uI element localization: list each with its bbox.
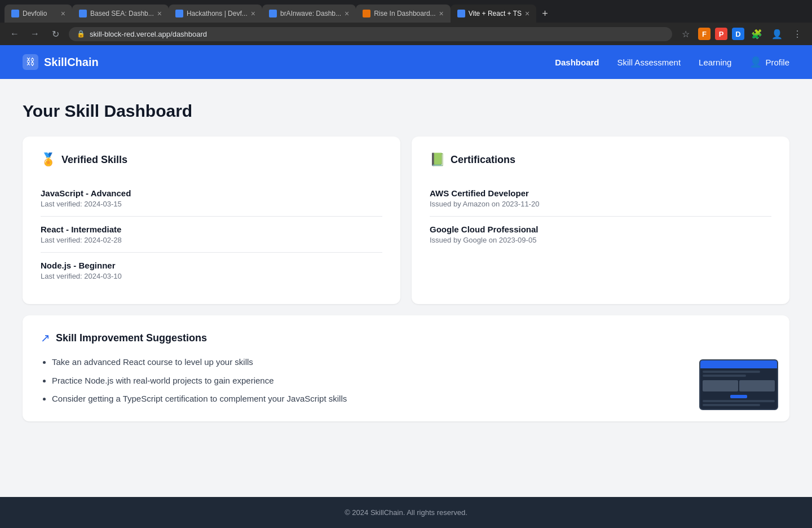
certifications-icon: 📗 (430, 152, 445, 167)
skill-date-1: Last verified: 2024-03-15 (41, 200, 382, 208)
menu-icon[interactable]: ⋮ (789, 26, 805, 42)
cert-card-header: 📗 Certifications (430, 152, 771, 167)
lock-icon: 🔒 (77, 30, 85, 38)
tab-favicon (79, 10, 87, 17)
skill-item-2: React - Intermediate Last verified: 2024… (41, 217, 382, 253)
tab-basedsea[interactable]: Based SEA: Dashb... × (72, 5, 169, 23)
preview-cards (703, 380, 775, 391)
nav-link-learning[interactable]: Learning (699, 58, 731, 67)
certifications-card: 📗 Certifications AWS Certified Developer… (412, 137, 789, 304)
skill-date-2: Last verified: 2024-02-28 (41, 236, 382, 244)
tab-label: Vite + React + TS (469, 10, 522, 17)
cert-issuer-1: Issued by Amazon on 2023-11-20 (430, 200, 771, 208)
skill-item-3: Node.js - Beginner Last verified: 2024-0… (41, 253, 382, 288)
forward-button[interactable]: → (27, 26, 43, 42)
tab-label: Devfolio (23, 10, 58, 17)
extensions-icon[interactable]: 🧩 (749, 26, 765, 42)
verified-skills-icon: 🏅 (41, 152, 56, 167)
browser-chrome: Devfolio × Based SEA: Dashb... × Hackath… (0, 0, 812, 45)
tab-close-icon[interactable]: × (251, 9, 255, 18)
verified-skills-title: Verified Skills (61, 154, 127, 166)
navbar-nav: Dashboard Skill Assessment Learning 👤 Pr… (555, 56, 789, 68)
profile-user-icon: 👤 (749, 56, 762, 68)
suggestions-card: ↗ Skill Improvement Suggestions Take an … (23, 315, 789, 421)
profile-icon[interactable]: 👤 (769, 26, 785, 42)
tab-close-icon[interactable]: × (61, 9, 65, 18)
url-text: skill-block-red.vercel.app/dashboard (90, 30, 207, 38)
certifications-title: Certifications (451, 154, 515, 166)
extension-icon-2[interactable]: P (715, 28, 727, 40)
suggestions-icon: ↗ (41, 331, 50, 345)
cert-name-2: Google Cloud Professional (430, 225, 771, 234)
tab-close-icon[interactable]: × (525, 9, 529, 18)
preview-line-2 (703, 375, 746, 377)
tab-favicon (363, 10, 370, 17)
skill-item-1: JavaScript - Advanced Last verified: 202… (41, 181, 382, 217)
brand-name: SkillChain (44, 56, 99, 69)
address-bar: ← → ↻ 🔒 skill-block-red.vercel.app/dashb… (0, 23, 812, 45)
tab-favicon (175, 10, 183, 17)
browser-actions: ☆ F P D 🧩 👤 ⋮ (678, 26, 805, 42)
tab-label: Rise In Dashboard... (374, 10, 435, 17)
brand-icon: ⛓ (23, 54, 38, 70)
skill-name-3: Node.js - Beginner (41, 261, 382, 270)
tab-favicon (269, 10, 277, 17)
brand-logo[interactable]: ⛓ SkillChain (23, 54, 99, 70)
preview-line-4 (703, 404, 760, 406)
url-bar[interactable]: 🔒 skill-block-red.vercel.app/dashboard (69, 27, 672, 41)
navbar: ⛓ SkillChain Dashboard Skill Assessment … (0, 45, 812, 79)
profile-label: Profile (765, 58, 789, 67)
preview-line-3 (703, 400, 775, 402)
extension-icon-1[interactable]: F (698, 28, 710, 40)
preview-body (700, 368, 777, 408)
cards-row: 🏅 Verified Skills JavaScript - Advanced … (23, 137, 789, 304)
cert-item-2: Google Cloud Professional Issued by Goog… (430, 217, 771, 252)
nav-buttons: ← → ↻ (7, 26, 63, 42)
suggestion-item-3: Consider getting a TypeScript certificat… (52, 393, 771, 406)
tab-favicon (457, 10, 465, 17)
tab-hackathons[interactable]: Hackathons | Devf... × (169, 5, 262, 23)
footer: © 2024 SkillChain. All rights reserved. (0, 497, 812, 528)
page-title: Your Skill Dashboard (23, 102, 789, 121)
bookmark-icon[interactable]: ☆ (678, 26, 694, 42)
nav-profile[interactable]: 👤 Profile (749, 56, 789, 68)
cert-item-1: AWS Certified Developer Issued by Amazon… (430, 181, 771, 217)
nav-link-skill-assessment[interactable]: Skill Assessment (617, 58, 681, 67)
preview-inner (700, 360, 777, 409)
tab-favicon (11, 10, 19, 17)
nav-link-dashboard[interactable]: Dashboard (555, 58, 599, 67)
suggestions-header: ↗ Skill Improvement Suggestions (41, 331, 771, 345)
tab-bar: Devfolio × Based SEA: Dashb... × Hackath… (0, 0, 812, 23)
tab-risein[interactable]: Rise In Dashboard... × (356, 5, 451, 23)
preview-btn (730, 395, 747, 398)
extension-icon-3[interactable]: D (732, 28, 744, 40)
tab-label: Based SEA: Dashb... (90, 10, 154, 17)
preview-mini-card-2 (739, 380, 775, 391)
skill-date-3: Last verified: 2024-03-10 (41, 272, 382, 280)
footer-text: © 2024 SkillChain. All rights reserved. (345, 508, 467, 517)
suggestion-item-2: Practice Node.js with real-world project… (52, 375, 771, 388)
cert-name-1: AWS Certified Developer (430, 188, 771, 198)
preview-nav-bar (700, 360, 777, 368)
preview-line-1 (703, 371, 760, 373)
card-header: 🏅 Verified Skills (41, 152, 382, 167)
tab-devfolio[interactable]: Devfolio × (5, 5, 72, 23)
tab-brainwave[interactable]: brAInwave: Dashb... × (262, 5, 356, 23)
skill-name-1: JavaScript - Advanced (41, 188, 382, 198)
tab-close-icon[interactable]: × (157, 9, 162, 18)
suggestions-title: Skill Improvement Suggestions (56, 332, 207, 344)
tab-close-icon[interactable]: × (439, 9, 444, 18)
suggestions-list: Take an advanced React course to level u… (41, 356, 771, 406)
verified-skills-card: 🏅 Verified Skills JavaScript - Advanced … (23, 137, 400, 304)
preview-thumbnail (699, 359, 778, 410)
suggestion-item-1: Take an advanced React course to level u… (52, 356, 771, 369)
tab-close-icon[interactable]: × (345, 9, 349, 18)
main-content: Your Skill Dashboard 🏅 Verified Skills J… (0, 79, 812, 497)
new-tab-button[interactable]: + (536, 6, 554, 22)
skill-name-2: React - Intermediate (41, 225, 382, 234)
preview-mini-card-1 (703, 380, 738, 391)
back-button[interactable]: ← (7, 26, 23, 42)
tab-label: brAInwave: Dashb... (280, 10, 341, 17)
tab-vite[interactable]: Vite + React + TS × (451, 5, 536, 23)
reload-button[interactable]: ↻ (47, 26, 63, 42)
